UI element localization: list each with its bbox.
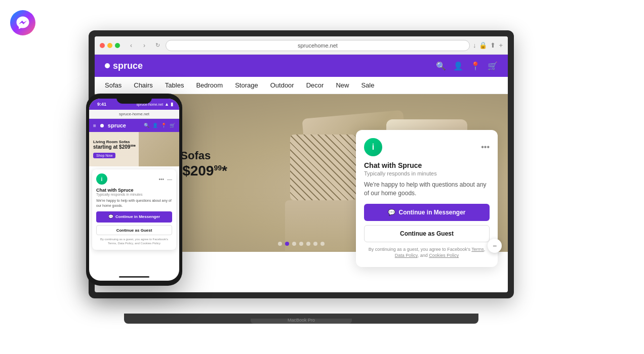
header-icons: 🔍 👤 📍 🛒 (436, 61, 498, 71)
chat-terms-link[interactable]: Terms (471, 247, 484, 252)
phone-messenger-icon: 💬 (108, 214, 113, 219)
phone-shop-now-button[interactable]: Shop Now (93, 153, 115, 158)
chat-widget-description: We're happy to help with questions about… (364, 181, 490, 198)
hero-carousel-dots (278, 242, 325, 246)
browser-chrome: ‹ › ↻ sprucehome.net ↓ 🔒 ⬆ + (95, 36, 508, 55)
search-icon[interactable]: 🔍 (436, 61, 446, 71)
hero-price-asterisk: * (222, 163, 227, 179)
phone-hero-bg (139, 132, 179, 166)
phone-time: 9:41 (97, 102, 106, 107)
chat-avatar-letter: i (372, 143, 374, 152)
minimize-window-button[interactable] (107, 43, 112, 48)
browser-back-button[interactable]: ‹ (126, 40, 136, 51)
messenger-btn-label: Continue in Messenger (398, 209, 465, 216)
phone-cart-icon[interactable]: 🛒 (170, 123, 175, 128)
account-icon[interactable]: 👤 (453, 61, 463, 71)
phone-chat-header: i ••• — (96, 173, 172, 185)
phone-home-bar (119, 276, 149, 278)
location-icon[interactable]: 📍 (470, 61, 480, 71)
lock-icon: 🔒 (479, 41, 487, 49)
phone-search-icon[interactable]: 🔍 (144, 123, 149, 128)
carousel-dot-2[interactable] (292, 242, 296, 246)
phone-chat-more-button[interactable]: ••• (158, 176, 164, 182)
maximize-window-button[interactable] (115, 43, 120, 48)
browser-refresh-button[interactable]: ↻ (152, 40, 163, 51)
carousel-dot-0[interactable] (278, 242, 282, 246)
carousel-dot-3[interactable] (299, 242, 303, 246)
chat-more-button[interactable]: ••• (481, 143, 490, 152)
phone-chat-avatar-letter: i (101, 176, 103, 182)
phone-chat-avatar: i (96, 173, 107, 185)
phone-chat-footer: By continuing as a guest, you agree to F… (96, 237, 172, 246)
phone-hero-price: starting at $20999* (93, 144, 136, 150)
carousel-dot-5[interactable] (313, 242, 317, 246)
url-text: sprucehome.net (298, 42, 338, 49)
nav-sofas[interactable]: Sofas (105, 81, 122, 89)
phone-hero-text: Living Room Sofas starting at $20999* Sh… (93, 140, 136, 159)
download-icon[interactable]: ↓ (473, 41, 476, 49)
phone-nav-icons: ≡ spruce (93, 122, 126, 128)
macbook-label: MacBook Pro (288, 318, 315, 323)
chat-widget-subtitle: Typically responds in minutes (364, 170, 490, 176)
laptop-base-notch: MacBook Pro (251, 319, 352, 324)
phone-browser-url[interactable]: spruce-home.net (119, 112, 149, 116)
continue-in-messenger-button[interactable]: 💬 Continue in Messenger (364, 204, 490, 221)
phone-logo-text[interactable]: spruce (108, 122, 126, 128)
phone-chat-close-button[interactable]: — (167, 176, 172, 182)
continue-as-guest-button[interactable]: Continue as Guest (364, 225, 490, 242)
share-icon[interactable]: ⬆ (490, 41, 496, 49)
phone-frame: 9:41 spruce-home.net ▲ ▮ spruce-home.net… (86, 94, 182, 286)
phone-header-icons: 🔍 👤 📍 🛒 (144, 123, 175, 128)
chat-data-policy-link[interactable]: Data Policy (395, 253, 418, 258)
battery-icon: ▮ (171, 102, 173, 107)
phone-price-text: starting at $209 (93, 144, 130, 150)
phone-messenger-btn-label: Continue in Messenger (115, 214, 160, 219)
nav-storage[interactable]: Storage (235, 81, 258, 89)
close-window-button[interactable] (100, 43, 105, 48)
chat-cookies-link[interactable]: Cookies Policy (429, 253, 459, 258)
carousel-dot-1[interactable] (285, 242, 289, 246)
messenger-app-icon[interactable] (10, 10, 35, 35)
logo-dot (105, 63, 110, 68)
site-navigation: Sofas Chairs Tables Bedroom Storage Outd… (95, 77, 508, 94)
spruce-logo[interactable]: spruce (105, 61, 143, 71)
browser-right-actions: ↓ 🔒 ⬆ + (473, 41, 503, 49)
nav-outdoor[interactable]: Outdoor (270, 81, 294, 89)
nav-chairs[interactable]: Chairs (134, 81, 153, 89)
window-controls (100, 43, 120, 48)
phone-continue-messenger-button[interactable]: 💬 Continue in Messenger (96, 211, 172, 223)
phone-site-header: ≡ spruce 🔍 👤 📍 🛒 (89, 119, 179, 132)
phone-notch (116, 94, 152, 104)
chat-widget-title: Chat with Spruce (364, 161, 490, 169)
chat-widget-header: i ••• (364, 138, 490, 156)
nav-decor[interactable]: Decor (306, 81, 324, 89)
logo-text: spruce (113, 61, 143, 71)
phone-menu-icon[interactable]: ≡ (93, 123, 96, 128)
nav-new[interactable]: New (336, 81, 349, 89)
add-tab-icon[interactable]: + (499, 41, 503, 49)
chat-minimize-button[interactable]: − (488, 239, 502, 253)
phone-chat-subtitle: Typically responds in minutes (96, 193, 172, 196)
phone-account-icon[interactable]: 👤 (152, 123, 158, 128)
hero-price-cents: 99 (214, 164, 222, 172)
spruce-site-header: spruce 🔍 👤 📍 🛒 (95, 55, 508, 77)
carousel-dot-6[interactable] (320, 242, 325, 246)
phone-chat-widget: i ••• — Chat with Spruce Typically respo… (92, 169, 176, 250)
phone-logo-dot (100, 124, 104, 127)
carousel-dot-4[interactable] (306, 242, 310, 246)
browser-forward-button[interactable]: › (139, 40, 149, 51)
chat-avatar: i (364, 138, 382, 156)
cart-icon[interactable]: 🛒 (488, 61, 498, 71)
phone-hero-title: Living Room Sofas (93, 140, 136, 144)
phone-chat-header-actions: ••• — (158, 176, 172, 182)
nav-bedroom[interactable]: Bedroom (196, 81, 223, 89)
chat-widget-desktop: i ••• Chat with Spruce Typically respond… (356, 130, 498, 267)
phone-continue-guest-button[interactable]: Continue as Guest (96, 225, 172, 235)
laptop-base: MacBook Pro (124, 314, 478, 324)
phone-chat-title: Chat with Spruce (96, 188, 172, 193)
nav-sale[interactable]: Sale (361, 81, 374, 89)
phone-location-icon[interactable]: 📍 (161, 123, 167, 128)
nav-tables[interactable]: Tables (165, 81, 184, 89)
address-bar[interactable]: sprucehome.net (166, 40, 470, 51)
messenger-btn-icon: 💬 (388, 209, 395, 216)
